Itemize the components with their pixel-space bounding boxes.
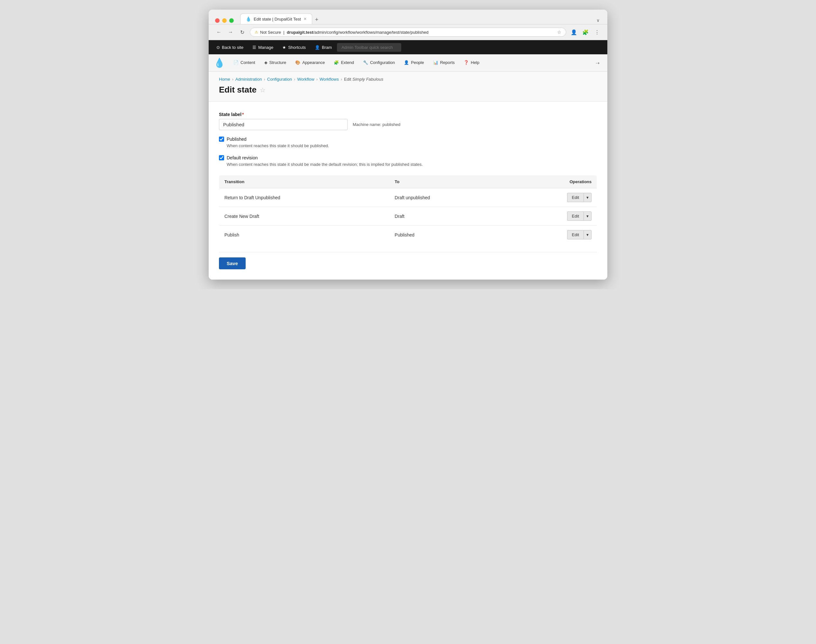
nav-configuration[interactable]: 🔧 Configuration <box>358 56 399 70</box>
close-dot[interactable] <box>215 18 220 23</box>
maximize-dot[interactable] <box>229 18 234 23</box>
tab-close-button[interactable]: ✕ <box>304 17 307 21</box>
bookmark-icon[interactable]: ☆ <box>557 29 561 35</box>
forward-button[interactable]: → <box>225 27 236 37</box>
user-icon: 👤 <box>315 45 320 50</box>
back-to-site-label: Back to site <box>222 45 243 50</box>
appearance-label: Appearance <box>302 60 325 65</box>
content-label: Content <box>240 60 255 65</box>
breadcrumb-administration[interactable]: Administration <box>235 77 262 81</box>
breadcrumb-sep-5: › <box>341 77 342 81</box>
default-revision-checkbox-group: Default revision When content reaches th… <box>219 155 597 167</box>
configuration-label: Configuration <box>370 60 395 65</box>
minimize-dot[interactable] <box>222 18 227 23</box>
table-row: Publish Published Edit ▾ <box>219 225 597 244</box>
edit-btn-group: Edit ▾ <box>567 193 592 202</box>
url-bar-row: ← → ↻ ⚠ Not Secure | drupalgit.test/admi… <box>209 25 607 40</box>
admin-toolbar: ⊙ Back to site ☰ Manage ★ Shortcuts 👤 Br… <box>209 40 607 54</box>
transition-to: Draft unpublished <box>390 188 507 207</box>
people-label: People <box>411 60 424 65</box>
tab-icon: 💧 <box>246 16 251 21</box>
transitions-table-body: Return to Draft Unpublished Draft unpubl… <box>219 188 597 244</box>
transition-name: Return to Draft Unpublished <box>219 188 390 207</box>
url-domain: drupalgit.test <box>287 30 313 35</box>
edit-btn-group: Edit ▾ <box>567 212 592 221</box>
content-icon: 📄 <box>234 60 238 65</box>
favorite-star-icon[interactable]: ☆ <box>260 86 266 94</box>
breadcrumb-current: Edit Simply Fabulous <box>344 77 383 81</box>
url-path: /admin/config/workflow/workflows/manage/… <box>313 30 428 35</box>
user-button[interactable]: 👤 Bram <box>311 43 336 52</box>
new-tab-button[interactable]: + <box>312 15 321 24</box>
breadcrumb-workflow[interactable]: Workflow <box>297 77 314 81</box>
breadcrumb-sep-1: › <box>232 77 234 81</box>
transition-name: Publish <box>219 225 390 244</box>
transitions-table: Transition To Operations Return to Draft… <box>219 175 597 244</box>
machine-name-label: Machine name: published <box>353 122 400 127</box>
appearance-icon: 🎨 <box>295 60 300 65</box>
manage-icon: ☰ <box>252 45 256 50</box>
form-divider <box>219 252 597 252</box>
dropdown-button[interactable]: ▾ <box>584 230 592 239</box>
extend-label: Extend <box>341 60 353 65</box>
drupal-logo[interactable]: 💧 <box>214 54 229 71</box>
main-content: State label* Machine name: published Pub… <box>209 101 607 279</box>
manage-button[interactable]: ☰ Manage <box>249 43 277 52</box>
transition-to: Draft <box>390 207 507 225</box>
manage-label: Manage <box>258 45 273 50</box>
state-label-group: State label* Machine name: published <box>219 112 597 130</box>
published-checkbox-label[interactable]: Published <box>219 136 597 142</box>
state-label-input[interactable] <box>219 119 347 130</box>
page-header: Home › Administration › Configuration › … <box>209 72 607 101</box>
nav-collapse-button[interactable]: ⇢ <box>593 58 602 68</box>
shortcuts-button[interactable]: ★ Shortcuts <box>278 43 310 52</box>
drupal-nav: 💧 📄 Content ◈ Structure 🎨 Appearance 🧩 E… <box>209 54 607 72</box>
nav-extend[interactable]: 🧩 Extend <box>329 56 358 70</box>
state-label-label: State label* <box>219 112 597 117</box>
nav-structure[interactable]: ◈ Structure <box>260 56 291 70</box>
browser-window: 💧 Edit state | DrupalGit Test ✕ + ∨ ← → … <box>209 10 607 279</box>
admin-search-input[interactable] <box>337 43 401 52</box>
profile-button[interactable]: 👤 <box>569 27 579 37</box>
browser-menu-button2[interactable]: ⋮ <box>592 27 602 37</box>
extensions-button[interactable]: 🧩 <box>580 27 591 37</box>
nav-content[interactable]: 📄 Content <box>229 56 260 70</box>
default-revision-checkbox-label[interactable]: Default revision <box>219 155 597 160</box>
edit-button[interactable]: Edit <box>567 193 584 202</box>
nav-people[interactable]: 👤 People <box>399 56 428 70</box>
reports-label: Reports <box>440 60 455 65</box>
published-checkbox-description: When content reaches this state it shoul… <box>227 143 597 149</box>
dropdown-button[interactable]: ▾ <box>584 193 592 202</box>
operations-cell: Edit ▾ <box>507 188 597 207</box>
nav-appearance[interactable]: 🎨 Appearance <box>290 56 329 70</box>
operations-cell: Edit ▾ <box>507 225 597 244</box>
required-indicator: * <box>242 112 244 117</box>
page-title: Edit state <box>219 85 257 95</box>
browser-menu-button[interactable]: ∨ <box>594 16 602 24</box>
breadcrumb-configuration[interactable]: Configuration <box>267 77 292 81</box>
star-icon: ★ <box>282 45 286 50</box>
breadcrumb-workflows[interactable]: Workflows <box>320 77 339 81</box>
nav-help[interactable]: ❓ Help <box>459 56 484 70</box>
table-row: Create New Draft Draft Edit ▾ <box>219 207 597 225</box>
published-checkbox[interactable] <box>219 136 224 142</box>
extend-icon: 🧩 <box>334 60 339 65</box>
nav-reports[interactable]: 📊 Reports <box>429 56 459 70</box>
active-tab[interactable]: 💧 Edit state | DrupalGit Test ✕ <box>240 14 312 24</box>
url-text: Not Secure | drupalgit.test/admin/config… <box>260 30 555 35</box>
edit-button[interactable]: Edit <box>567 230 584 239</box>
edit-button[interactable]: Edit <box>567 212 584 221</box>
breadcrumb-home[interactable]: Home <box>219 77 230 81</box>
structure-label: Structure <box>269 60 286 65</box>
reports-icon: 📊 <box>433 60 438 65</box>
back-button[interactable]: ← <box>214 27 224 37</box>
save-button[interactable]: Save <box>219 258 246 269</box>
reload-button[interactable]: ↻ <box>237 27 247 37</box>
transition-name: Create New Draft <box>219 207 390 225</box>
browser-titlebar: 💧 Edit state | DrupalGit Test ✕ + ∨ <box>209 10 607 25</box>
url-bar[interactable]: ⚠ Not Secure | drupalgit.test/admin/conf… <box>250 28 566 37</box>
dropdown-button[interactable]: ▾ <box>584 212 592 221</box>
default-revision-checkbox[interactable] <box>219 155 224 160</box>
back-to-site-button[interactable]: ⊙ Back to site <box>212 43 247 52</box>
breadcrumb: Home › Administration › Configuration › … <box>219 77 597 81</box>
